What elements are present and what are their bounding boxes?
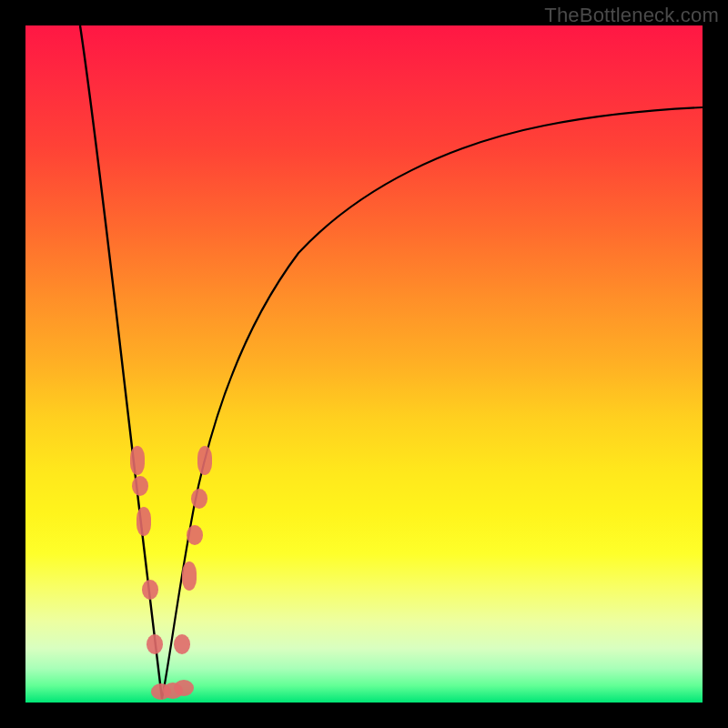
data-marker [174,680,194,696]
bottleneck-curve [25,25,703,703]
data-marker [191,489,207,509]
chart-frame: TheBottleneck.com [0,0,728,728]
data-marker [130,446,145,475]
data-marker [136,507,151,536]
data-marker [187,525,203,545]
data-marker [132,476,148,496]
data-marker [142,580,158,600]
watermark-text: TheBottleneck.com [544,4,719,27]
data-marker [197,446,212,475]
plot-area [25,25,703,703]
data-marker [147,634,163,654]
data-marker [174,634,190,654]
data-marker [182,561,197,591]
